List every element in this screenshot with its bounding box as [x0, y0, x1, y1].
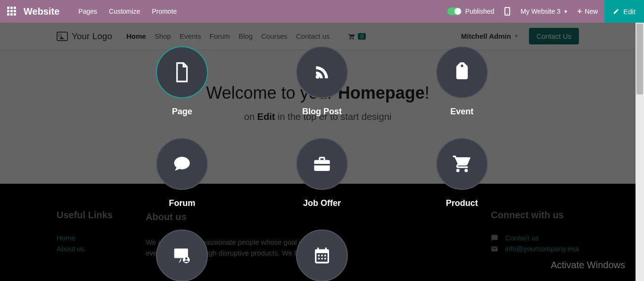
svg-point-2: [183, 256, 190, 264]
new-blogpost-label: Blog Post: [302, 107, 342, 117]
chevron-down-icon: ▼: [563, 9, 568, 14]
topnav-pages[interactable]: Pages: [78, 8, 97, 15]
new-label: New: [585, 8, 598, 15]
nav-shop[interactable]: Shop: [155, 32, 171, 40]
chevron-down-icon: ▼: [514, 34, 519, 39]
nav-contact[interactable]: Contact us: [296, 32, 330, 40]
new-course-option[interactable]: Course: [156, 230, 208, 281]
toggle-switch-icon: [447, 8, 462, 15]
nav-forum[interactable]: Forum: [210, 32, 230, 40]
footer-email-label: info@yourcompany.exa: [505, 245, 579, 253]
footer-link-home[interactable]: Home: [57, 234, 113, 242]
new-joboffer-option[interactable]: Job Offer: [296, 138, 348, 208]
scrollbar-track[interactable]: [636, 23, 644, 281]
new-blogpost-option[interactable]: Blog Post: [296, 46, 348, 117]
ticket-icon: [436, 46, 488, 98]
new-page-option[interactable]: Page: [156, 46, 208, 117]
footer-link-about[interactable]: About us: [57, 245, 113, 253]
contact-us-button[interactable]: Contact Us: [529, 28, 579, 44]
briefcase-icon: [296, 138, 348, 190]
nav-blog[interactable]: Blog: [239, 32, 253, 40]
user-name: Mitchell Admin: [461, 32, 511, 40]
apps-icon[interactable]: [7, 7, 17, 16]
calendar-icon: [296, 230, 348, 281]
cart-count-badge: 0: [358, 33, 365, 40]
footer-links-col: Useful Links Home About us: [57, 210, 113, 258]
site-logo[interactable]: Your Logo: [57, 31, 112, 42]
comment-icon: [156, 138, 208, 190]
shopping-cart-icon: [436, 138, 488, 190]
plus-icon: +: [578, 7, 582, 16]
svg-point-3: [185, 257, 188, 260]
edit-label: Edit: [623, 8, 636, 16]
website-selector[interactable]: My Website 3 ▼: [520, 8, 568, 15]
nav-home[interactable]: Home: [126, 32, 146, 40]
mobile-preview-icon[interactable]: [504, 7, 510, 16]
new-joboffer-label: Job Offer: [303, 198, 341, 208]
image-icon: [57, 32, 68, 41]
pencil-icon: [613, 8, 619, 15]
logo-text: Your Logo: [72, 31, 112, 42]
topnav-customize[interactable]: Customize: [109, 8, 140, 15]
presentation-icon: [156, 230, 208, 281]
windows-watermark: Activate Windows: [551, 260, 625, 271]
new-page-label: Page: [172, 107, 192, 117]
rss-icon: [296, 46, 348, 98]
page-canvas: Your Logo Home Shop Events Forum Blog Co…: [0, 23, 644, 281]
editor-topbar: Website Pages Customize Promote Publishe…: [0, 0, 644, 23]
website-selector-label: My Website 3: [520, 8, 561, 15]
new-appointment-option[interactable]: Appointment Form: [284, 230, 360, 281]
cart-button[interactable]: 0: [347, 33, 365, 40]
topnav-promote[interactable]: Promote: [152, 8, 177, 15]
new-event-label: Event: [450, 107, 473, 117]
nav-events[interactable]: Events: [180, 32, 201, 40]
edit-button[interactable]: Edit: [604, 0, 644, 23]
file-icon: [156, 46, 208, 98]
publish-label: Published: [465, 8, 495, 15]
user-menu[interactable]: Mitchell Admin ▼: [461, 32, 519, 40]
new-product-label: Product: [446, 198, 478, 208]
cart-icon: [347, 33, 356, 40]
new-button[interactable]: + New: [578, 7, 598, 16]
footer-contact-label: Contact us: [505, 234, 539, 242]
footer-links-title: Useful Links: [57, 210, 113, 221]
new-event-option[interactable]: Event: [436, 46, 488, 117]
app-brand[interactable]: Website: [24, 6, 59, 17]
new-product-option[interactable]: Product: [436, 138, 488, 208]
publish-toggle[interactable]: Published: [447, 8, 495, 15]
scrollbar-thumb[interactable]: [636, 24, 643, 94]
nav-courses[interactable]: Courses: [261, 32, 288, 40]
new-forum-option[interactable]: Forum: [156, 138, 208, 208]
new-forum-label: Forum: [169, 198, 195, 208]
